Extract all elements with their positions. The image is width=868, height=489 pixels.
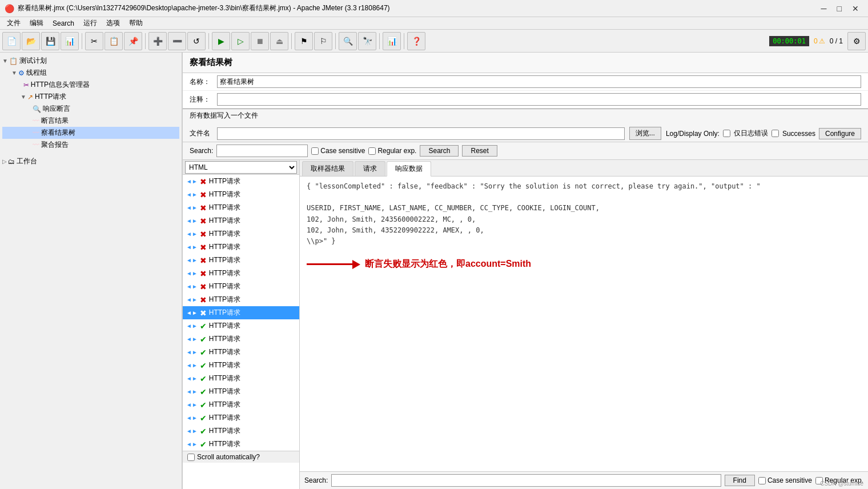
item-label: HTTP请求	[209, 229, 240, 239]
list-item[interactable]: ◄► ✖ HTTP请求	[183, 201, 299, 214]
sidebar-item-view-tree[interactable]: 〰 察看结果树	[2, 127, 179, 139]
menu-help[interactable]: 帮助	[124, 17, 147, 29]
thread-icon: ⚙	[18, 69, 25, 77]
remote-stop-button[interactable]: ⚐	[314, 32, 332, 50]
list-item[interactable]: ◄► ✔ HTTP请求	[183, 319, 299, 332]
view-dropdown[interactable]: HTML	[185, 161, 297, 174]
status-icon-red-selected: ✖	[200, 308, 207, 318]
clear-all-button[interactable]: 🔭	[358, 32, 376, 50]
list-item[interactable]: ◄► ✖ HTTP请求	[183, 280, 299, 293]
list-item[interactable]: ◄► ✖ HTTP请求	[183, 227, 299, 241]
new-button[interactable]: 📄	[2, 32, 21, 50]
warn-badge: 0 ⚠	[814, 37, 825, 45]
menu-file[interactable]: 文件	[2, 17, 25, 29]
sidebar-item-workbench[interactable]: ▷ 🗂 工作台	[2, 155, 179, 167]
comment-input[interactable]	[217, 93, 861, 106]
configure-button[interactable]: Configure	[819, 128, 861, 139]
list-item[interactable]: ◄► ✔ HTTP请求	[183, 411, 299, 424]
tab-sampler-result[interactable]: 取样器结果	[302, 161, 353, 176]
bottom-search-input[interactable]	[331, 474, 721, 487]
start-button[interactable]: ▶	[212, 32, 230, 50]
maximize-button[interactable]: □	[833, 3, 846, 14]
sidebar-label: HTTP信息头管理器	[31, 80, 90, 90]
errors-checkbox[interactable]	[723, 130, 730, 137]
response-text: { "lessonCompleted" : false, "feedback" …	[307, 181, 861, 247]
window-title: 察看结果树.jmx (C:\Users\ln13277429609\Deskto…	[18, 3, 390, 13]
list-item[interactable]: ◄► ✖ HTTP请求	[183, 293, 299, 306]
sidebar-item-http-request[interactable]: ▼ ↗ HTTP请求	[2, 91, 179, 103]
list-item[interactable]: ◄► ✔ HTTP请求	[183, 372, 299, 385]
stop-button[interactable]: ⏹	[251, 32, 269, 50]
reset-button[interactable]: Reset	[462, 145, 497, 157]
browse-button[interactable]: 浏览...	[629, 127, 661, 140]
list-item[interactable]: ◄► ✔ HTTP请求	[183, 385, 299, 398]
save-button[interactable]: 💾	[41, 32, 59, 50]
annotation-text: 断言失败显示为红色，即account=Smith	[365, 258, 531, 270]
item-label: HTTP请求	[209, 387, 240, 396]
toggle-button[interactable]: ↺	[187, 32, 206, 50]
sidebar-item-aggregate[interactable]: 〰 聚合报告	[2, 139, 179, 151]
sidebar-item-response-assert[interactable]: 🔍 响应断言	[2, 103, 179, 115]
list-item[interactable]: ◄► ✔ HTTP请求	[183, 346, 299, 359]
arrow-line	[307, 260, 360, 269]
successes-checkbox[interactable]	[771, 130, 779, 137]
menu-run[interactable]: 运行	[79, 17, 102, 29]
sep4	[291, 33, 292, 49]
shutdown-button[interactable]: ⏏	[270, 32, 288, 50]
menu-options[interactable]: 选项	[102, 17, 124, 29]
item-arrow-icon: ◄►	[186, 415, 198, 421]
list-item[interactable]: ◄► ✔ HTTP请求	[183, 438, 299, 451]
regular-exp-checkbox[interactable]	[368, 147, 376, 155]
search-input[interactable]	[216, 145, 308, 157]
list-item[interactable]: ◄► ✖ HTTP请求	[183, 214, 299, 227]
scroll-auto-checkbox[interactable]	[187, 454, 195, 461]
sidebar-label: 断言结果	[41, 116, 69, 126]
status-icon-green: ✔	[200, 427, 207, 436]
tab-response-data[interactable]: 响应数据	[387, 161, 431, 177]
search-button[interactable]: Search	[420, 145, 459, 157]
sidebar: ▼ 📋 测试计划 ▼ ⚙ 线程组 ✂ HTTP信息头管理器 ▼ ↗ HTTP请求…	[0, 53, 183, 489]
expand-button[interactable]: ➕	[148, 32, 167, 50]
response-content: { "lessonCompleted" : false, "feedback" …	[300, 177, 868, 471]
list-item[interactable]: ◄► ✔ HTTP请求	[183, 359, 299, 372]
start-no-pause-button[interactable]: ▷	[231, 32, 250, 50]
window-controls: ─ □ ✕	[817, 3, 863, 14]
list-item[interactable]: ◄► ✖ HTTP请求	[183, 175, 299, 188]
list-item[interactable]: ◄► ✖ HTTP请求	[183, 267, 299, 280]
tab-request[interactable]: 请求	[355, 161, 385, 176]
options-button[interactable]: ⚙	[847, 32, 866, 50]
open-button[interactable]: 📂	[22, 32, 40, 50]
close-button[interactable]: ✕	[847, 3, 863, 14]
list-item-selected[interactable]: ◄► ✖ HTTP请求	[183, 306, 299, 319]
case-sensitive-checkbox[interactable]	[311, 147, 319, 155]
file-input[interactable]	[217, 127, 625, 140]
list-item[interactable]: ◄► ✔ HTTP请求	[183, 424, 299, 438]
list-item[interactable]: ◄► ✔ HTTP请求	[183, 332, 299, 346]
minimize-button[interactable]: ─	[817, 3, 831, 14]
status-icon-green: ✔	[200, 440, 207, 449]
paste-button[interactable]: 📌	[124, 32, 142, 50]
find-button[interactable]: Find	[725, 475, 755, 486]
list-item[interactable]: ◄► ✖ HTTP请求	[183, 188, 299, 201]
collapse-button[interactable]: ➖	[168, 32, 186, 50]
list-item[interactable]: ◄► ✖ HTTP请求	[183, 254, 299, 267]
sidebar-item-http-header[interactable]: ✂ HTTP信息头管理器	[2, 79, 179, 91]
save-all-button[interactable]: 📊	[61, 32, 79, 50]
clear-button[interactable]: 🔍	[339, 32, 357, 50]
item-label: HTTP请求	[209, 360, 240, 370]
copy-button[interactable]: 📋	[105, 32, 123, 50]
templates-button[interactable]: ❓	[407, 32, 425, 50]
sidebar-item-assert-result[interactable]: 〰 断言结果	[2, 115, 179, 127]
name-input[interactable]	[217, 75, 861, 88]
sidebar-item-test-plan[interactable]: ▼ 📋 测试计划	[2, 55, 179, 67]
sidebar-item-thread-group[interactable]: ▼ ⚙ 线程组	[2, 67, 179, 79]
function-helper-button[interactable]: 📊	[383, 32, 401, 50]
search-bar: Search: Case sensitive Regular exp. Sear…	[183, 142, 868, 160]
remote-start-button[interactable]: ⚑	[295, 32, 313, 50]
menu-edit[interactable]: 编辑	[25, 17, 48, 29]
list-item[interactable]: ◄► ✔ HTTP请求	[183, 398, 299, 411]
bottom-case-sensitive-checkbox[interactable]	[758, 477, 766, 484]
list-item[interactable]: ◄► ✖ HTTP请求	[183, 241, 299, 254]
cut-button[interactable]: ✂	[85, 32, 103, 50]
menu-search[interactable]: Search	[48, 18, 79, 29]
